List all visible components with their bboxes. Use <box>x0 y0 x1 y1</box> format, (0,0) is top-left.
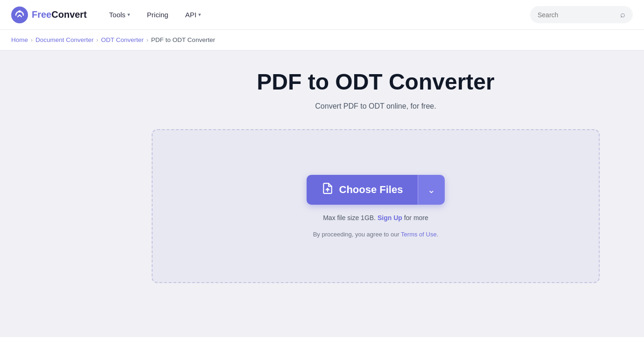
choose-files-button-group: Choose Files ⌄ <box>307 175 445 205</box>
sidebar-right <box>618 50 644 337</box>
breadcrumb-sep-3: › <box>147 37 148 43</box>
sidebar-left <box>0 50 133 337</box>
logo-convert: Convert <box>51 9 87 20</box>
choose-files-label: Choose Files <box>339 184 403 196</box>
breadcrumb-document-converter[interactable]: Document Converter <box>35 36 94 43</box>
logo[interactable]: FreeConvert <box>11 7 87 23</box>
main-nav: Tools ▾ Pricing API ▾ <box>102 7 530 22</box>
terms-info: By proceeding, you agree to our Terms of… <box>313 231 439 238</box>
breadcrumb: Home › Document Converter › ODT Converte… <box>0 30 644 50</box>
terms-prefix: By proceeding, you agree to our <box>313 231 401 238</box>
sign-up-link[interactable]: Sign Up <box>378 214 402 221</box>
nav-pricing[interactable]: Pricing <box>140 7 176 22</box>
file-size-info: Max file size 1GB. Sign Up for more <box>323 214 428 221</box>
breadcrumb-sep-2: › <box>97 37 98 43</box>
terms-suffix: . <box>437 231 439 238</box>
choose-files-button[interactable]: Choose Files <box>307 175 418 205</box>
logo-free: Free <box>32 9 51 20</box>
search-icon[interactable]: ⌕ <box>620 10 625 20</box>
file-upload-icon <box>322 182 334 197</box>
search-input[interactable] <box>538 11 616 19</box>
upload-box[interactable]: Choose Files ⌄ Max file size 1GB. Sign U… <box>152 129 600 283</box>
breadcrumb-odt-converter[interactable]: ODT Converter <box>101 36 144 43</box>
nav-api[interactable]: API ▾ <box>178 7 209 22</box>
choose-files-dropdown-button[interactable]: ⌄ <box>418 175 445 205</box>
nav-tools[interactable]: Tools ▾ <box>102 7 138 22</box>
breadcrumb-sep-1: › <box>31 37 33 43</box>
dropdown-chevron-icon: ⌄ <box>427 184 435 195</box>
search-area: ⌕ <box>530 6 633 23</box>
breadcrumb-current: PDF to ODT Converter <box>151 36 215 43</box>
content-area: PDF to ODT Converter Convert PDF to ODT … <box>133 50 618 337</box>
header: FreeConvert Tools ▾ Pricing API ▾ ⌕ <box>0 0 644 30</box>
tools-chevron-icon: ▾ <box>127 12 130 18</box>
page-title: PDF to ODT Converter <box>257 69 494 95</box>
terms-link[interactable]: Terms of Use <box>401 231 437 238</box>
file-size-label: Max file size 1GB. <box>323 214 376 221</box>
main-content: PDF to ODT Converter Convert PDF to ODT … <box>0 50 644 337</box>
svg-point-1 <box>19 10 21 13</box>
page-subtitle: Convert PDF to ODT online, for free. <box>315 102 436 111</box>
file-size-suffix: for more <box>404 214 428 221</box>
breadcrumb-home[interactable]: Home <box>11 36 28 43</box>
logo-icon <box>11 7 28 23</box>
api-chevron-icon: ▾ <box>198 12 201 18</box>
